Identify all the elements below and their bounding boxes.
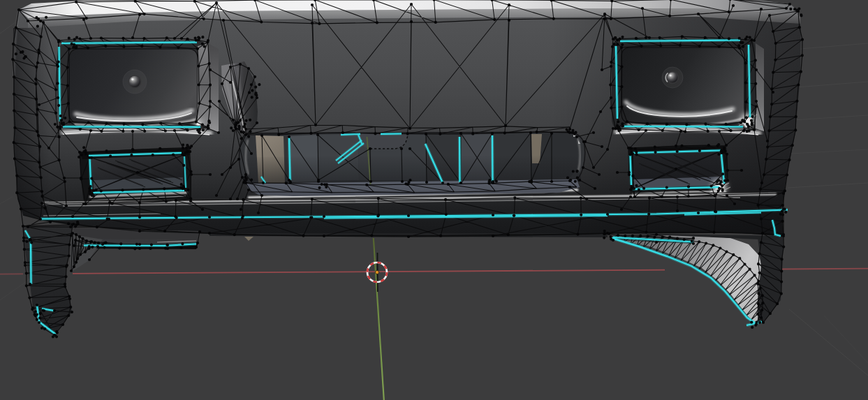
selected-edge[interactable]: [289, 138, 290, 180]
viewport-canvas[interactable]: [0, 0, 868, 400]
knob-left-spec: [131, 78, 133, 80]
selected-edge[interactable]: [381, 134, 402, 135]
selected-edge[interactable]: [31, 241, 31, 284]
knob-right-spec: [669, 74, 671, 76]
selected-edge[interactable]: [492, 135, 493, 182]
selected-edge[interactable]: [631, 155, 632, 185]
x-axis-segment-2: [782, 269, 868, 269]
selected-edge[interactable]: [341, 134, 360, 135]
selected-edge[interactable]: [459, 137, 460, 182]
opening-tab: [358, 133, 409, 149]
selected-edge[interactable]: [620, 40, 740, 42]
pocket-left-outer-band: [208, 43, 219, 133]
knob-left-sphere: [129, 76, 140, 87]
selected-edge[interactable]: [61, 43, 197, 44]
cursor-center-dot: [375, 270, 378, 274]
selected-edge[interactable]: [623, 126, 743, 127]
selected-edge[interactable]: [59, 47, 61, 121]
pocket-right-outer-band: [756, 43, 764, 131]
3d-viewport[interactable]: [0, 0, 868, 400]
selected-edge[interactable]: [63, 127, 200, 128]
knob-right-sphere: [667, 72, 677, 82]
opening-inner-shade: [246, 155, 581, 184]
